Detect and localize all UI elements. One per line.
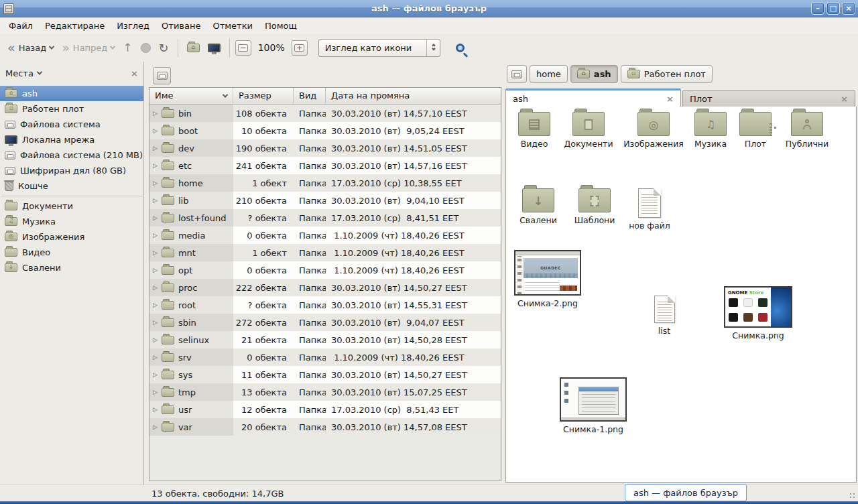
- tab-close-icon[interactable]: ×: [666, 94, 674, 104]
- tree-row-proc[interactable]: ▷proc222 обектаПапка30.03.2010 (вт) 14,5…: [149, 279, 501, 296]
- zoom-in-button[interactable]: +: [292, 40, 308, 56]
- computer-button[interactable]: [204, 40, 224, 56]
- expander-icon[interactable]: ▷: [153, 302, 158, 308]
- sidebar-item-video[interactable]: Видео: [0, 245, 143, 260]
- stop-button[interactable]: [137, 40, 154, 56]
- tab-plot[interactable]: Плот×: [682, 90, 855, 107]
- expander-icon[interactable]: ▷: [153, 284, 158, 291]
- sidebar-item-desktop[interactable]: ▫Работен плот: [0, 101, 143, 117]
- menu-item-help[interactable]: Помощ: [259, 19, 303, 32]
- expander-icon[interactable]: ▷: [153, 389, 158, 395]
- menu-item-file[interactable]: Файл: [3, 19, 39, 32]
- column-header-size[interactable]: Размер: [233, 88, 294, 105]
- expander-icon[interactable]: ▷: [153, 127, 158, 134]
- tree-row-opt[interactable]: ▷opt0 обектаПапка 1.10.2009 (чт) 18,40,2…: [149, 261, 501, 279]
- minimize-button[interactable]: –: [811, 2, 824, 15]
- expander-icon[interactable]: ▷: [153, 145, 158, 151]
- menu-item-edit[interactable]: Редактиране: [39, 19, 111, 32]
- sidebar-item-trash[interactable]: Кошче: [0, 178, 143, 194]
- search-button[interactable]: [450, 38, 470, 58]
- column-header-type[interactable]: Вид: [294, 88, 326, 105]
- menu-item-bookmarks[interactable]: Отметки: [206, 19, 258, 32]
- file-item[interactable]: ♫Музика: [688, 112, 733, 149]
- expander-icon[interactable]: ▷: [153, 424, 158, 430]
- file-item[interactable]: Плот: [737, 112, 774, 149]
- back-dropdown-icon[interactable]: [49, 44, 54, 49]
- icon-view[interactable]: ВидеоДокументи◎Изображения♫МузикаПлотПуб…: [505, 107, 857, 483]
- tree-row-srv[interactable]: ▷srv0 обектаПапка 1.10.2009 (чт) 18,40,2…: [149, 349, 501, 366]
- expander-icon[interactable]: ▷: [153, 214, 158, 221]
- expander-icon[interactable]: ▷: [153, 232, 158, 239]
- expander-icon[interactable]: ▷: [153, 197, 158, 204]
- sidebar-item-home[interactable]: ⌂ash: [0, 86, 143, 101]
- menu-item-view[interactable]: Изглед: [111, 19, 156, 32]
- ash-crumb-button[interactable]: ⌂ash: [570, 65, 618, 83]
- expander-icon[interactable]: ▷: [153, 354, 158, 361]
- forward-button[interactable]: » Напред: [58, 39, 118, 56]
- sidebar-item-downloads[interactable]: ↓Свалени: [0, 260, 143, 275]
- sidebar-item-filesystem[interactable]: Файлова система: [0, 117, 143, 132]
- view-mode-select[interactable]: Изглед като икони: [318, 39, 441, 57]
- tree-row-lost+found[interactable]: ▷lost+found? обектаПапка17.03.2010 (ср) …: [149, 209, 501, 227]
- chevron-down-icon[interactable]: [37, 69, 42, 74]
- resize-grip[interactable]: [849, 492, 857, 500]
- home-button[interactable]: ⌂: [184, 40, 203, 56]
- file-item[interactable]: Публични: [777, 112, 837, 149]
- tab-close-icon[interactable]: ×: [841, 94, 848, 104]
- file-item[interactable]: Снимка-1.png: [558, 377, 628, 434]
- file-item[interactable]: ↓Свалени: [514, 188, 562, 225]
- sidebar-item-pictures[interactable]: ◎Изображения: [0, 229, 143, 245]
- tree-row-tmp[interactable]: ▷tmp13 обектаПапка30.03.2010 (вт) 15,07,…: [149, 383, 501, 401]
- maximize-button[interactable]: □: [826, 2, 840, 15]
- expander-icon[interactable]: ▷: [153, 336, 158, 343]
- home-crumb-button[interactable]: home: [530, 65, 568, 83]
- column-header-date[interactable]: Дата на промяна: [326, 88, 501, 105]
- file-item[interactable]: Шаблони: [569, 188, 620, 225]
- column-header-name[interactable]: Име: [149, 88, 233, 105]
- sidebar-item-local-network[interactable]: Локална мрежа: [0, 132, 143, 147]
- combo-spinner[interactable]: [426, 40, 440, 56]
- tree-row-dev[interactable]: ▷dev190 обектаПапка30.03.2010 (вт) 14,51…: [149, 139, 501, 157]
- expander-icon[interactable]: ▷: [153, 371, 158, 378]
- expander-icon[interactable]: ▷: [153, 406, 158, 413]
- file-item[interactable]: list: [644, 296, 684, 336]
- tree-row-lib[interactable]: ▷lib210 обектаПапка30.03.2010 (вт) 9,04,…: [149, 192, 501, 209]
- tree-row-usr[interactable]: ▷usr12 обектаПапка17.03.2010 (ср) 8,51,4…: [149, 401, 501, 418]
- expander-icon[interactable]: ▷: [153, 267, 158, 273]
- back-button[interactable]: « Назад: [4, 39, 57, 56]
- reload-button[interactable]: ↻: [156, 38, 172, 58]
- sidebar-item-volume-210mb[interactable]: Файлова система (210 MB): [0, 147, 143, 163]
- tree-row-var[interactable]: ▷var20 обектаПапка30.03.2010 (вт) 14,57,…: [149, 418, 501, 436]
- expander-icon[interactable]: ▷: [153, 110, 158, 117]
- expander-icon[interactable]: ▷: [153, 319, 158, 326]
- tree-row-boot[interactable]: ▷boot10 обектаПапка30.03.2010 (вт) 9,05,…: [149, 122, 501, 139]
- menu-item-go[interactable]: Отиване: [156, 19, 206, 32]
- up-button[interactable]: ↑: [119, 38, 135, 58]
- tree-row-sbin[interactable]: ▷sbin272 обектаПапка30.03.2010 (вт) 9,04…: [149, 314, 501, 331]
- sidebar-title[interactable]: Места: [5, 68, 34, 78]
- file-item[interactable]: Документи: [558, 112, 619, 149]
- expander-icon[interactable]: ▷: [153, 180, 158, 186]
- file-item[interactable]: Видео: [513, 112, 556, 149]
- tree-row-media[interactable]: ▷media0 обектаПапка 1.10.2009 (чт) 18,40…: [149, 227, 501, 244]
- tree-row-etc[interactable]: ▷etc241 обектаПапка30.03.2010 (вт) 14,57…: [149, 157, 501, 174]
- file-item[interactable]: GUADECСнимка-2.png: [513, 250, 583, 308]
- tree-row-bin[interactable]: ▷bin108 обектаПапка30.03.2010 (вт) 14,57…: [149, 105, 501, 122]
- tree-row-root[interactable]: ▷root? обектаПапка30.03.2010 (вт) 14,55,…: [149, 296, 501, 314]
- desktop-crumb-button[interactable]: ▫Работен плот: [621, 65, 713, 83]
- expander-icon[interactable]: ▷: [153, 162, 158, 169]
- tab-ash[interactable]: ash×: [505, 88, 681, 107]
- sidebar-item-encrypted-80gb[interactable]: Шифриран дял (80 GB): [0, 163, 143, 178]
- filesystem-root-button[interactable]: [153, 67, 171, 84]
- sidebar-item-documents[interactable]: Документи: [0, 198, 143, 214]
- tree-row-sys[interactable]: ▷sys11 обектаПапка30.03.2010 (вт) 14,50,…: [149, 366, 501, 383]
- tree-row-mnt[interactable]: ▷mnt1 обектПапка 1.10.2009 (чт) 18,40,26…: [149, 244, 501, 261]
- tree-row-selinux[interactable]: ▷selinux21 обектаПапка30.03.2010 (вт) 14…: [149, 331, 501, 349]
- root-drive-crumb-button[interactable]: [507, 65, 527, 83]
- tree-row-home[interactable]: ▷home1 обектПапка17.03.2010 (ср) 10,38,5…: [149, 174, 501, 192]
- sidebar-close-icon[interactable]: ×: [131, 68, 138, 78]
- expander-icon[interactable]: ▷: [153, 249, 158, 256]
- file-item[interactable]: GNOME Store Снимка.png: [721, 286, 796, 340]
- sidebar-item-music[interactable]: ♫Музика: [0, 214, 143, 229]
- file-item[interactable]: нов файл: [624, 188, 675, 231]
